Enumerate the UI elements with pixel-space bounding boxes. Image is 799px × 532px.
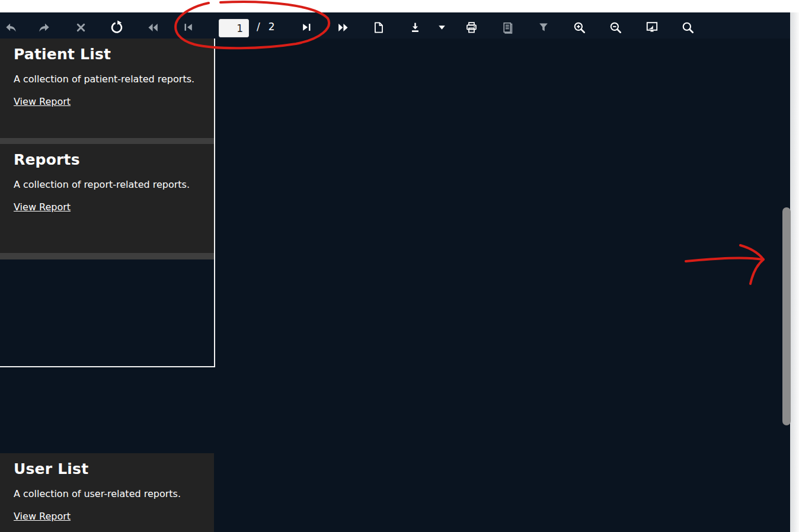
rewind-button[interactable]: [146, 20, 160, 34]
card-separator: [0, 138, 214, 144]
report-card-patient-list: Patient List A collection of patient-rel…: [0, 39, 214, 138]
card-title: Reports: [14, 151, 202, 169]
new-document-button[interactable]: [371, 20, 385, 34]
print-layout-icon: [501, 21, 514, 34]
download-options-button[interactable]: [434, 20, 449, 34]
card-description: A collection of patient-related reports.: [14, 73, 202, 85]
next-page-button[interactable]: [299, 20, 314, 34]
report-page-1: Patient List A collection of patient-rel…: [0, 39, 215, 367]
view-report-link-patient-list[interactable]: View Report: [14, 96, 71, 107]
close-button[interactable]: [73, 20, 88, 34]
view-report-link-reports[interactable]: View Report: [14, 201, 71, 213]
forward-icon: [37, 21, 51, 34]
document-icon: [372, 21, 385, 34]
first-page-icon: [183, 21, 194, 33]
print-icon: [465, 21, 478, 34]
fast-forward-icon: [336, 21, 350, 34]
card-separator: [0, 253, 214, 259]
caret-down-icon: [437, 23, 447, 33]
fast-forward-button[interactable]: [335, 20, 350, 34]
page-total-value: 2: [269, 21, 275, 33]
report-viewer-toolbar: / 2: [0, 12, 790, 39]
browser-top-strip: [0, 0, 799, 12]
filter-button[interactable]: [536, 20, 551, 34]
report-page-2: User List A collection of user-related r…: [0, 453, 214, 532]
download-button[interactable]: [408, 20, 422, 34]
close-icon: [75, 21, 87, 34]
zoom-out-button[interactable]: [608, 20, 622, 34]
card-title: Patient List: [14, 46, 202, 63]
back-button[interactable]: [4, 20, 18, 34]
search-button[interactable]: [680, 20, 695, 34]
zoom-in-icon: [573, 21, 586, 34]
card-title: User List: [14, 460, 202, 478]
filter-icon: [537, 21, 550, 34]
first-page-button[interactable]: [181, 20, 196, 34]
browser-scrollbar-track[interactable]: [790, 12, 799, 532]
zoom-in-button[interactable]: [572, 20, 586, 34]
page-count: / 2: [257, 21, 275, 33]
page-separator: /: [257, 21, 260, 33]
forward-button[interactable]: [37, 20, 51, 34]
print-layout-button[interactable]: [500, 20, 514, 34]
download-icon: [408, 21, 422, 34]
report-card-reports: Reports A collection of report-related r…: [0, 144, 214, 253]
print-button[interactable]: [464, 20, 478, 34]
viewer-scrollbar-thumb[interactable]: [782, 207, 791, 425]
next-page-icon: [301, 21, 312, 33]
refresh-button[interactable]: [110, 20, 124, 34]
zoom-out-icon: [609, 21, 622, 34]
red-arrow-annotation: [686, 245, 763, 284]
refresh-icon: [110, 20, 124, 34]
card-description: A collection of user-related reports.: [14, 488, 202, 499]
search-icon: [681, 21, 695, 34]
fit-screen-icon: [645, 20, 659, 34]
card-description: A collection of report-related reports.: [14, 179, 202, 190]
fit-screen-button[interactable]: [645, 20, 659, 34]
rewind-icon: [146, 21, 160, 34]
view-report-link-user-list[interactable]: View Report: [14, 511, 71, 522]
page-number-input[interactable]: [219, 19, 249, 37]
back-icon: [4, 21, 18, 34]
